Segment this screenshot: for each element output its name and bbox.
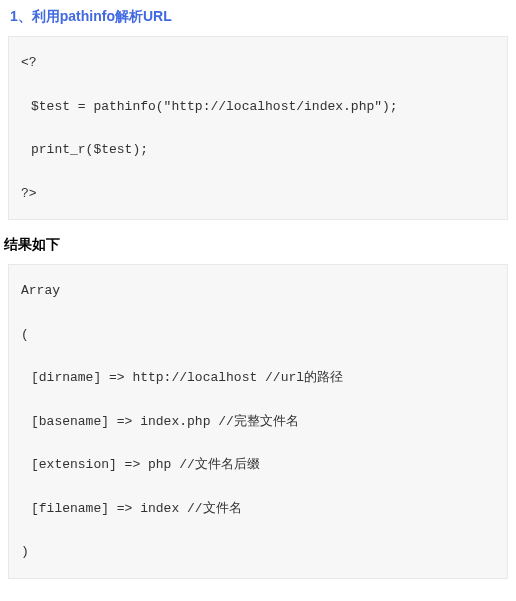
result-heading: 结果如下 [0, 232, 516, 264]
code-block-input: <? $test = pathinfo("http://localhost/in… [8, 36, 508, 220]
code-line: $test = pathinfo("http://localhost/index… [21, 97, 495, 117]
code-line: ?> [21, 184, 495, 204]
code-line: Array [21, 281, 495, 301]
code-line: print_r($test); [21, 140, 495, 160]
code-line: ) [21, 542, 495, 562]
code-line: [dirname] => http://localhost //url的路径 [21, 368, 495, 388]
code-line: [extension] => php //文件名后缀 [21, 455, 495, 475]
code-line: [filename] => index //文件名 [21, 499, 495, 519]
code-line: [basename] => index.php //完整文件名 [21, 412, 495, 432]
code-line: ( [21, 325, 495, 345]
code-line: <? [21, 53, 495, 73]
code-block-output: Array ( [dirname] => http://localhost //… [8, 264, 508, 579]
section-heading: 1、利用pathinfo解析URL [0, 0, 516, 36]
